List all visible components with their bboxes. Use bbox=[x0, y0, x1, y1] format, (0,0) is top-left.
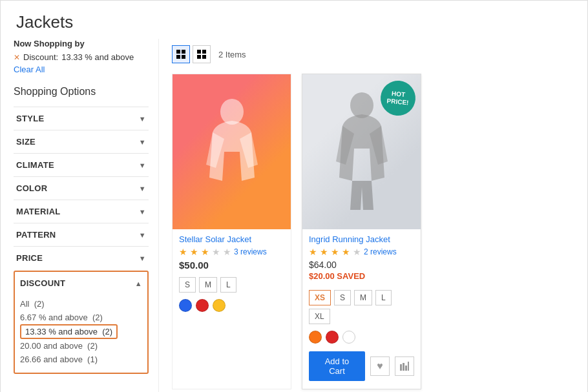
size-options-ingrid: XS S M L XL bbox=[302, 286, 421, 328]
product-image-stellar bbox=[173, 74, 291, 229]
svg-rect-0 bbox=[176, 50, 180, 54]
product-card-ingrid: HOT PRICE! Ingrid Running Jacket ★ ★ ★ ★… bbox=[302, 74, 421, 389]
shopping-options-title: Shopping Options bbox=[14, 86, 149, 98]
discount-options: All (2) 6.67 % and above (2) 13.33 % and… bbox=[15, 294, 147, 373]
size-options-stellar: S M L bbox=[173, 273, 291, 296]
svg-rect-10 bbox=[400, 364, 402, 371]
star-1: ★ bbox=[309, 247, 317, 257]
color-swatches-ingrid bbox=[302, 328, 421, 347]
size-xs-ingrid[interactable]: XS bbox=[309, 290, 331, 305]
product-name-stellar[interactable]: Stellar Solar Jacket bbox=[179, 234, 284, 244]
filter-header-style[interactable]: STYLE ▼ bbox=[14, 107, 149, 130]
chevron-down-icon: ▼ bbox=[139, 231, 146, 239]
grid-view-button[interactable] bbox=[172, 45, 190, 63]
color-swatch-white[interactable] bbox=[342, 331, 355, 344]
color-swatches-stellar bbox=[173, 296, 291, 316]
color-swatch-red[interactable] bbox=[326, 331, 339, 344]
filter-header-pattern[interactable]: PATTERN ▼ bbox=[14, 223, 149, 246]
product-price-stellar: $50.00 bbox=[179, 260, 284, 271]
color-swatch-blue[interactable] bbox=[179, 299, 192, 312]
product-saved-ingrid: $20.00 SAVED bbox=[309, 271, 414, 281]
filter-header-size[interactable]: SIZE ▼ bbox=[14, 130, 149, 153]
product-stars-stellar: ★ ★ ★ ★ ★ 3 reviews bbox=[179, 247, 284, 257]
size-l-ingrid[interactable]: L bbox=[375, 290, 392, 305]
filter-group-size: SIZE ▼ bbox=[14, 130, 149, 153]
wishlist-button[interactable]: ♥ bbox=[370, 356, 390, 376]
filter-group-climate: CLIMATE ▼ bbox=[14, 153, 149, 176]
add-to-cart-button[interactable]: Add to Cart bbox=[309, 351, 365, 381]
remove-filter-icon[interactable]: ✕ bbox=[14, 53, 20, 62]
chevron-down-icon: ▼ bbox=[139, 161, 146, 169]
active-filter-value: 13.33 % and above bbox=[61, 52, 134, 62]
star-5: ★ bbox=[353, 247, 361, 257]
filter-label-price: PRICE bbox=[16, 253, 43, 263]
svg-rect-13 bbox=[408, 362, 409, 371]
size-l-stellar[interactable]: L bbox=[220, 277, 236, 293]
filter-label-discount: DISCOUNT bbox=[20, 278, 65, 288]
star-2: ★ bbox=[320, 247, 328, 257]
clear-all-link[interactable]: Clear All bbox=[14, 65, 45, 74]
svg-rect-2 bbox=[176, 55, 180, 59]
svg-rect-11 bbox=[403, 363, 404, 371]
star-5: ★ bbox=[223, 247, 231, 257]
star-1: ★ bbox=[179, 247, 187, 257]
filter-header-climate[interactable]: CLIMATE ▼ bbox=[14, 154, 149, 176]
svg-rect-6 bbox=[197, 55, 201, 59]
active-filter: ✕ Discount: 13.33 % and above bbox=[14, 52, 149, 62]
size-xl-ingrid[interactable]: XL bbox=[309, 309, 330, 324]
filter-group-color: COLOR ▼ bbox=[14, 176, 149, 200]
filter-label-material: MATERIAL bbox=[16, 207, 61, 216]
color-swatch-orange[interactable] bbox=[309, 331, 322, 344]
chevron-up-icon: ▲ bbox=[135, 280, 142, 287]
items-count: 2 Items bbox=[218, 50, 246, 59]
toolbar: 2 Items bbox=[172, 39, 574, 74]
main-content: 2 Items Stellar Solar Jacket bbox=[159, 39, 587, 392]
list-view-button[interactable] bbox=[193, 45, 211, 63]
filter-group-discount: DISCOUNT ▲ All (2) 6.67 % and above (2) … bbox=[14, 271, 149, 374]
size-s-stellar[interactable]: S bbox=[179, 277, 196, 293]
filter-header-discount[interactable]: DISCOUNT ▲ bbox=[15, 272, 147, 294]
star-3: ★ bbox=[201, 247, 209, 257]
active-filter-label: Discount: bbox=[23, 52, 58, 62]
filter-header-material[interactable]: MATERIAL ▼ bbox=[14, 200, 149, 223]
product-card-stellar: Stellar Solar Jacket ★ ★ ★ ★ ★ 3 reviews… bbox=[172, 74, 291, 389]
filter-label-style: STYLE bbox=[16, 114, 44, 123]
chevron-down-icon: ▼ bbox=[139, 185, 146, 192]
product-stars-ingrid: ★ ★ ★ ★ ★ 2 reviews bbox=[309, 247, 414, 257]
product-image-ingrid: HOT PRICE! bbox=[302, 74, 421, 229]
size-m-ingrid[interactable]: M bbox=[354, 290, 372, 305]
product-actions-ingrid: Add to Cart ♥ bbox=[302, 347, 421, 381]
color-swatch-red[interactable] bbox=[196, 299, 209, 312]
reviews-link-stellar[interactable]: 3 reviews bbox=[234, 247, 267, 256]
reviews-link-ingrid[interactable]: 2 reviews bbox=[364, 247, 397, 256]
svg-rect-1 bbox=[182, 50, 185, 54]
filter-label-size: SIZE bbox=[16, 137, 36, 147]
svg-rect-12 bbox=[405, 366, 407, 371]
color-swatch-yellow[interactable] bbox=[213, 299, 226, 312]
product-name-ingrid[interactable]: Ingrid Running Jacket bbox=[309, 234, 414, 244]
chevron-down-icon: ▼ bbox=[139, 138, 146, 146]
star-4: ★ bbox=[212, 247, 220, 257]
star-4: ★ bbox=[342, 247, 350, 257]
star-2: ★ bbox=[190, 247, 198, 257]
chevron-down-icon: ▼ bbox=[139, 208, 146, 216]
svg-rect-4 bbox=[197, 50, 201, 54]
filter-header-price[interactable]: PRICE ▼ bbox=[14, 247, 149, 269]
filter-label-pattern: PATTERN bbox=[16, 230, 56, 240]
discount-option-2666[interactable]: 26.66 and above (1) bbox=[20, 353, 142, 366]
chevron-down-icon: ▼ bbox=[139, 254, 146, 262]
filter-header-color[interactable]: COLOR ▼ bbox=[14, 177, 149, 200]
filter-group-material: MATERIAL ▼ bbox=[14, 200, 149, 223]
product-info-ingrid: Ingrid Running Jacket ★ ★ ★ ★ ★ 2 review… bbox=[302, 229, 421, 281]
discount-option-667[interactable]: 6.67 % and above (2) bbox=[20, 311, 142, 324]
compare-button[interactable] bbox=[395, 356, 414, 376]
discount-option-all[interactable]: All (2) bbox=[20, 297, 142, 311]
discount-option-1333[interactable]: 13.33 % and above (2) bbox=[20, 324, 118, 339]
discount-option-2000[interactable]: 20.00 and above (2) bbox=[20, 339, 142, 353]
sidebar: Now Shopping by ✕ Discount: 13.33 % and … bbox=[1, 39, 159, 392]
filter-group-style: STYLE ▼ bbox=[14, 107, 149, 130]
now-shopping-label: Now Shopping by bbox=[14, 39, 149, 48]
size-s-ingrid[interactable]: S bbox=[334, 290, 351, 305]
filter-label-color: COLOR bbox=[16, 183, 47, 193]
size-m-stellar[interactable]: M bbox=[199, 277, 217, 293]
